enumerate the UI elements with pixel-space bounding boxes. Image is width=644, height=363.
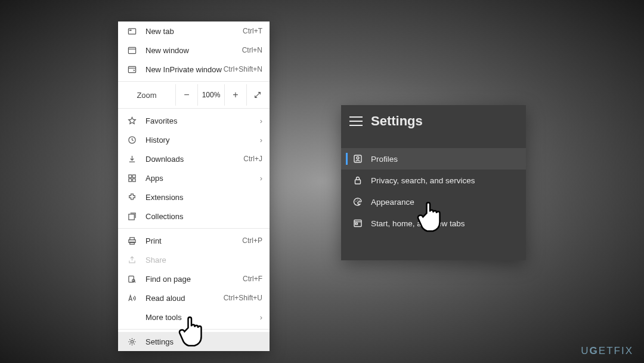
download-icon [126, 155, 137, 164]
svg-rect-1 [129, 29, 131, 30]
menu-item-label: New InPrivate window [145, 65, 224, 74]
svg-rect-21 [355, 180, 361, 184]
svg-rect-9 [128, 179, 131, 182]
svg-point-24 [359, 200, 360, 201]
zoom-in-button[interactable]: + [224, 84, 246, 106]
zoom-label: Zoom [118, 91, 175, 100]
palette-icon [352, 197, 364, 207]
apps-icon [126, 174, 137, 183]
menu-item-new-tab[interactable]: New tab Ctrl+T [118, 21, 270, 41]
divider [118, 81, 270, 82]
menu-item-shortcut: Ctrl+J [243, 155, 262, 163]
svg-rect-2 [128, 47, 135, 53]
menu-item-shortcut: Ctrl+F [243, 275, 262, 283]
svg-point-22 [355, 201, 357, 202]
chevron-right-icon: › [260, 136, 262, 144]
menu-item-new-inprivate[interactable]: New InPrivate window Ctrl+Shift+N [118, 60, 270, 79]
extensions-icon [126, 193, 137, 202]
fullscreen-button[interactable] [246, 84, 268, 106]
svg-point-20 [357, 157, 359, 159]
menu-item-label: New window [145, 46, 242, 55]
menu-item-print[interactable]: Print Ctrl+P [118, 231, 270, 250]
menu-item-extensions[interactable]: Extensions [118, 187, 270, 207]
menu-item-label: Print [145, 236, 242, 245]
zoom-value: 100% [197, 84, 224, 106]
settings-nav-label: Appearance [371, 198, 414, 207]
menu-item-shortcut: Ctrl+P [242, 236, 262, 245]
settings-nav-start[interactable]: Start, home, and new tabs [341, 213, 526, 234]
menu-item-shortcut: Ctrl+Shift+U [224, 294, 262, 302]
menu-item-favorites[interactable]: Favorites › [118, 111, 270, 130]
menu-item-read-aloud[interactable]: Read aloud Ctrl+Shift+U [118, 288, 270, 307]
new-tab-icon [126, 27, 137, 36]
menu-item-label: Favorites [145, 116, 260, 125]
menu-item-shortcut: Ctrl+N [242, 46, 262, 54]
lock-icon [352, 176, 364, 185]
divider [118, 108, 270, 109]
menu-item-label: Apps [145, 174, 260, 183]
svg-rect-10 [132, 179, 135, 182]
watermark: UGETFIX [581, 345, 633, 357]
svg-rect-11 [128, 214, 134, 219]
chevron-right-icon: › [260, 313, 262, 322]
settings-nav-label: Profiles [371, 155, 398, 164]
settings-title: Settings [371, 113, 423, 129]
zoom-controls: Zoom − 100% + [118, 84, 270, 106]
stage: New tab Ctrl+T New window Ctrl+N New InP… [0, 0, 644, 363]
svg-point-18 [131, 340, 133, 343]
menu-item-label: New tab [145, 27, 243, 36]
menu-item-apps[interactable]: Apps › [118, 168, 270, 187]
find-icon [126, 275, 137, 284]
browser-overflow-menu: New tab Ctrl+T New window Ctrl+N New InP… [118, 21, 270, 351]
divider [118, 228, 270, 229]
hamburger-icon[interactable] [349, 116, 363, 126]
menu-item-shortcut: Ctrl+Shift+N [224, 65, 262, 73]
chevron-right-icon: › [260, 174, 262, 183]
svg-rect-7 [128, 174, 131, 177]
svg-rect-8 [132, 174, 135, 177]
svg-rect-0 [128, 28, 135, 33]
settings-panel: Settings Profiles Privacy, search, and s… [341, 105, 526, 260]
share-icon [126, 256, 137, 264]
read-aloud-icon [126, 294, 137, 303]
menu-item-label: More tools [145, 313, 260, 322]
svg-point-23 [357, 199, 358, 201]
divider [118, 329, 270, 330]
menu-item-label: Read aloud [145, 294, 224, 303]
collections-icon [126, 212, 137, 221]
svg-rect-14 [129, 242, 134, 244]
settings-header: Settings [341, 105, 526, 137]
history-icon [126, 136, 137, 144]
menu-item-label: Share [145, 256, 262, 264]
menu-item-shortcut: Ctrl+T [243, 27, 262, 35]
menu-item-label: Collections [145, 212, 262, 221]
settings-nav-appearance[interactable]: Appearance [341, 191, 526, 213]
inprivate-icon [126, 65, 137, 74]
print-icon [126, 236, 137, 245]
zoom-out-button[interactable]: − [175, 84, 197, 106]
menu-item-new-window[interactable]: New window Ctrl+N [118, 41, 270, 60]
menu-item-downloads[interactable]: Downloads Ctrl+J [118, 149, 270, 168]
settings-nav-label: Privacy, search, and services [371, 176, 475, 185]
settings-nav-privacy[interactable]: Privacy, search, and services [341, 170, 526, 191]
menu-item-label: Settings [145, 337, 262, 346]
menu-item-find[interactable]: Find on page Ctrl+F [118, 269, 270, 288]
menu-item-share: Share [118, 250, 270, 269]
menu-item-label: Extensions [145, 193, 262, 202]
menu-item-settings[interactable]: Settings [118, 332, 270, 351]
svg-rect-27 [355, 223, 358, 225]
menu-item-collections[interactable]: Collections [118, 207, 270, 226]
menu-item-label: History [145, 136, 260, 144]
gear-icon [126, 337, 137, 346]
menu-item-label: Find on page [145, 275, 243, 284]
start-page-icon [352, 219, 364, 228]
profiles-icon [352, 154, 364, 164]
menu-item-label: Downloads [145, 155, 243, 164]
settings-nav-label: Start, home, and new tabs [371, 219, 465, 228]
menu-item-more-tools[interactable]: More tools › [118, 307, 270, 327]
menu-item-history[interactable]: History › [118, 130, 270, 149]
star-icon [126, 116, 137, 125]
chevron-right-icon: › [260, 116, 262, 125]
settings-nav-list: Profiles Privacy, search, and services A… [341, 148, 526, 234]
settings-nav-profiles[interactable]: Profiles [341, 148, 526, 170]
